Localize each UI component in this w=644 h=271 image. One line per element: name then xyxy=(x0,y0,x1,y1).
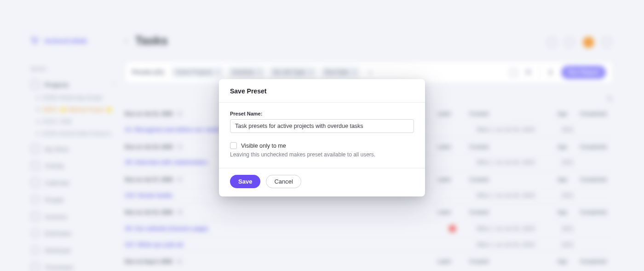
sidebar-item-timesheet[interactable]: Timesheet xyxy=(31,263,116,271)
task-name-link[interactable]: #6: Our website (Careers page) xyxy=(125,225,449,232)
group-title: Due on Jul 21, 2020 xyxy=(125,111,173,116)
group-title: Due on Jul 24, 2020 xyxy=(125,144,173,149)
sidebar-item-workload[interactable]: Workload xyxy=(31,246,116,254)
task-age-cell: 1621 xyxy=(561,159,580,166)
group-title: Due on Aug 4, 2020 xyxy=(125,259,172,264)
brand-name: ActiveCollab xyxy=(44,36,87,44)
sidebar-subitem[interactable]: #3151: CRM xyxy=(37,119,115,124)
page-title: Tasks xyxy=(135,34,167,48)
presets-dropdown[interactable]: Presets (21) xyxy=(132,69,167,75)
task-name-link[interactable]: #17: Write up a job ad xyxy=(125,242,449,248)
close-icon[interactable]: ✕ xyxy=(352,69,356,75)
column-header-age: Age xyxy=(558,177,576,182)
column-header-created: Created xyxy=(469,177,554,182)
checkbox-label: Visible only to me xyxy=(241,143,286,149)
column-header-completed: Completed xyxy=(580,111,613,116)
visible-only-to-me-checkbox[interactable] xyxy=(230,142,237,149)
sidebar-item-estimates[interactable]: Estimates xyxy=(31,229,116,237)
column-header-created: Created xyxy=(469,144,554,149)
group-count-badge: 2 xyxy=(177,209,183,215)
cancel-button[interactable]: Cancel xyxy=(266,175,301,188)
workload-icon xyxy=(31,246,40,254)
svg-point-0 xyxy=(32,37,34,40)
task-created-cell: Mike J. on Jul 20, 2020 xyxy=(477,225,562,232)
sidebar: ActiveCollab MENU Projects ˄ #2098: Mobi… xyxy=(31,36,116,271)
notifications-icon[interactable] xyxy=(603,38,611,47)
refresh-icon[interactable]: ⇅ xyxy=(607,94,613,103)
checkbox-hint: Leaving this unchecked makes preset avai… xyxy=(230,151,414,158)
sidebar-item-invoices[interactable]: Invoices xyxy=(31,212,116,220)
filter-chip[interactable]: Due Date✕ xyxy=(321,67,360,78)
group-header[interactable]: Due on Aug 4, 20201LabelCreatedAgeComple… xyxy=(125,252,613,270)
column-header-completed: Completed xyxy=(580,259,613,264)
column-header-label: Label xyxy=(437,209,466,215)
search-icon[interactable] xyxy=(565,38,574,47)
sidebar-subitem[interactable]: #2098: Mobile App Design xyxy=(37,95,115,100)
sidebar-item-my-work[interactable]: My Work xyxy=(31,144,116,153)
stopwatch-icon[interactable] xyxy=(547,38,557,47)
column-header-completed: Completed xyxy=(580,177,613,182)
save-preset-icon[interactable] xyxy=(510,69,518,76)
preset-name-label: Preset Name: xyxy=(230,111,414,116)
column-header-label: Label xyxy=(437,177,466,182)
column-header-completed: Completed xyxy=(580,144,613,149)
clear-filters-icon[interactable]: ✕ xyxy=(525,67,532,77)
column-header-age: Age xyxy=(558,259,576,264)
header-icons xyxy=(547,37,611,48)
briefcase-icon xyxy=(31,144,40,153)
sidebar-item-calendar[interactable]: Calendar xyxy=(31,179,116,187)
sidebar-item-people[interactable]: People xyxy=(31,196,116,204)
task-age-cell: 1621 xyxy=(561,225,580,232)
column-header-age: Age xyxy=(558,209,576,215)
back-caret-icon[interactable]: ‹ xyxy=(125,36,128,46)
run-report-button[interactable]: Run Report xyxy=(561,66,606,79)
task-created-cell: Mike J. on Jul 20, 2020 xyxy=(477,159,562,166)
filter-chip[interactable]: Overdue✕ xyxy=(228,67,265,78)
close-icon[interactable]: ✕ xyxy=(257,69,261,75)
app-root: ActiveCollab MENU Projects ˄ #2098: Mobi… xyxy=(0,0,644,271)
group-count-badge: 1 xyxy=(177,110,183,117)
sidebar-subitem[interactable]: #3194: ActiveCollab 8 Early A… xyxy=(37,131,115,136)
download-icon[interactable]: ⬇ xyxy=(547,68,553,77)
task-created-cell: Mike J. on Jul 20, 2020 xyxy=(477,192,562,198)
filter-chip[interactable]: No Job Type✕ xyxy=(270,67,316,78)
sidebar-item-projects[interactable]: Projects ˄ xyxy=(31,81,116,89)
sidebar-item-label: Projects xyxy=(45,81,69,88)
estimates-icon xyxy=(31,229,40,237)
people-icon xyxy=(31,196,40,204)
main-header: ‹ Tasks xyxy=(125,34,613,48)
filter-chip[interactable]: Active Projects✕ xyxy=(172,67,224,78)
save-button[interactable]: Save xyxy=(230,175,260,188)
close-icon[interactable]: ✕ xyxy=(216,69,220,75)
column-header-label: Label xyxy=(437,259,466,264)
column-header-created: Created xyxy=(469,259,554,264)
close-icon[interactable]: ✕ xyxy=(308,69,312,75)
task-age-cell: 1621 xyxy=(561,192,580,198)
calendar-icon xyxy=(31,179,40,187)
activity-icon xyxy=(31,161,40,170)
menu-section-label: MENU xyxy=(31,67,116,72)
preset-name-input[interactable] xyxy=(230,119,414,133)
invoices-icon xyxy=(31,212,40,220)
group-title: Due on Jul 27, 2020 xyxy=(125,177,173,182)
sidebar-item-activity[interactable]: Activity xyxy=(31,161,116,170)
column-header-label: Label xyxy=(437,144,466,149)
column-header-age: Age xyxy=(558,111,576,116)
timesheet-icon xyxy=(31,263,40,271)
task-label-cell xyxy=(448,225,477,232)
sidebar-subitem[interactable]: #3075: ⭐ Webinar Project ⭐ xyxy=(37,107,115,113)
user-avatar[interactable] xyxy=(583,37,594,48)
projects-icon xyxy=(31,81,40,89)
chevron-up-icon: ˄ xyxy=(113,81,115,87)
add-filter-icon[interactable]: ＋ xyxy=(364,67,377,78)
brand-logo[interactable]: ActiveCollab xyxy=(31,36,116,45)
task-row[interactable]: #17: Write up a job adMike J. on Jul 20,… xyxy=(125,236,613,252)
group-count-badge: 1 xyxy=(177,176,183,183)
red-label-icon xyxy=(448,225,456,232)
group-header[interactable]: Due on Jul 31, 20202LabelCreatedAgeCompl… xyxy=(125,203,613,220)
task-row[interactable]: #6: Our website (Careers page)Mike J. on… xyxy=(125,220,613,237)
modal-title: Save Preset xyxy=(219,79,425,103)
column-header-label: Label xyxy=(437,111,466,116)
column-header-created: Created xyxy=(469,111,554,116)
task-created-cell: Mike J. on Jul 20, 2020 xyxy=(477,242,562,248)
